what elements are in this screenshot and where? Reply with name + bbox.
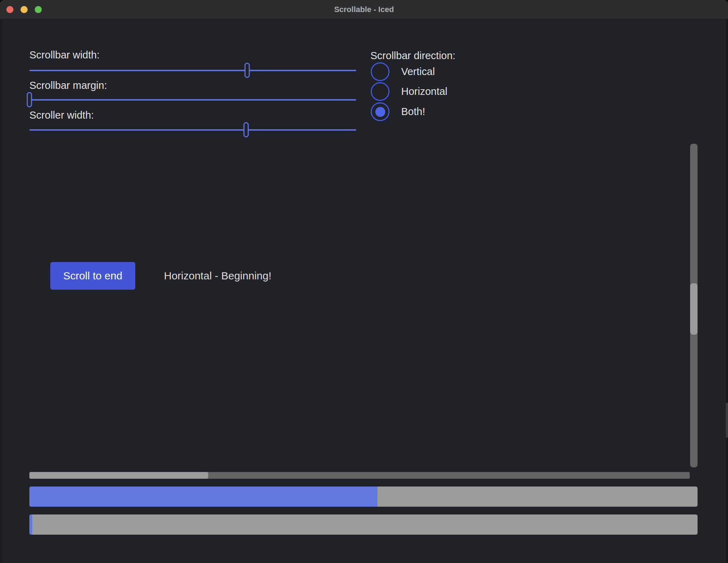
radio-circle-icon[interactable] (371, 102, 389, 121)
scroller-width-label: Scroller width: (29, 109, 94, 121)
window-title: Scrollable - Iced (0, 0, 728, 19)
scrollbar-margin-slider[interactable] (29, 92, 356, 107)
vertical-scrollbar-track[interactable] (690, 144, 698, 467)
progress-fill (29, 487, 377, 507)
radio-option-vertical[interactable]: Vertical (371, 62, 435, 81)
radio-circle-icon[interactable] (371, 62, 389, 81)
titlebar[interactable]: Scrollable - Iced (0, 0, 728, 19)
horizontal-scrollbar-thumb[interactable] (29, 472, 208, 479)
app-window: Scrollable - Iced Scrollbar width: Scrol… (0, 0, 728, 563)
slider-track[interactable] (29, 99, 356, 101)
radio-label: Both! (401, 106, 425, 118)
radio-option-horizontal[interactable]: Horizontal (371, 82, 448, 101)
radio-label: Vertical (401, 66, 435, 78)
horizontal-scrollbar-track[interactable] (29, 472, 690, 479)
scroller-width-slider[interactable] (29, 122, 356, 137)
radio-option-both[interactable]: Both! (371, 102, 425, 121)
vertical-progress-bar (29, 514, 698, 535)
slider-handle[interactable] (244, 63, 250, 78)
scrollbar-direction-label: Scrollbar direction: (370, 49, 455, 62)
progress-fill (29, 514, 32, 535)
window-edge-scrollbar-thumb[interactable] (726, 403, 728, 438)
radio-dot (375, 107, 385, 117)
scrollbar-width-slider[interactable] (29, 63, 356, 78)
slider-handle[interactable] (27, 92, 32, 107)
horizontal-progress-bar (29, 487, 698, 507)
vertical-scrollbar-thumb[interactable] (690, 283, 698, 335)
scroll-to-end-button[interactable]: Scroll to end (50, 262, 135, 290)
scroll-status-text: Horizontal - Beginning! (164, 262, 272, 290)
slider-handle[interactable] (243, 122, 249, 137)
slider-track[interactable] (29, 70, 356, 71)
scrollbar-width-label: Scrollbar width: (29, 49, 99, 61)
window-left-border (0, 19, 2, 563)
scrollbar-margin-label: Scrollbar margin: (29, 79, 107, 92)
slider-track[interactable] (29, 129, 356, 131)
window-edge-scrollbar[interactable] (725, 19, 728, 563)
radio-label: Horizontal (401, 86, 448, 97)
radio-circle-icon[interactable] (371, 82, 389, 101)
